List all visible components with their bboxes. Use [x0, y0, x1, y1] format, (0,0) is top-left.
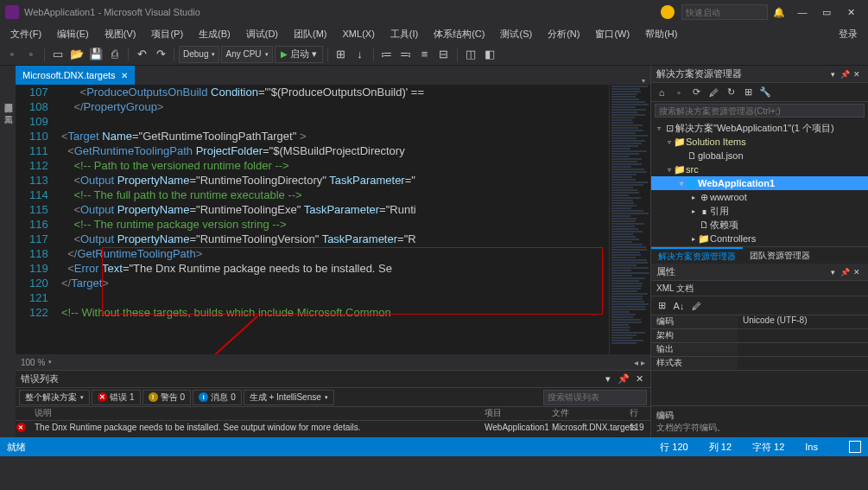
show-all-icon[interactable]: ⊞: [741, 86, 755, 99]
maximize-button[interactable]: ▭: [814, 3, 839, 21]
categorize-icon[interactable]: ⊞: [655, 299, 668, 313]
toolbar-icon-7[interactable]: ◫: [462, 46, 479, 63]
tool-icon-2[interactable]: 🖉: [706, 86, 720, 99]
error-list-panel: 错误列表 ▾ 📌 ✕ 整个解决方案▾ ✕错误 1 !警告 0 i消息 0 生成 …: [16, 370, 650, 437]
save-icon[interactable]: 💾: [87, 46, 105, 63]
status-resize-icon[interactable]: [849, 441, 861, 453]
solution-tree: ▿⊡ 解决方案"WebApplication1"(1 个项目) ▿📁Soluti…: [651, 119, 868, 246]
panel-close-icon[interactable]: ✕: [851, 268, 863, 277]
close-button[interactable]: ✕: [839, 3, 863, 21]
toolbar-icon-4[interactable]: ≕: [397, 46, 415, 63]
property-row[interactable]: 样式表: [651, 357, 868, 371]
file-tab-label: Microsoft.DNX.targets: [22, 70, 116, 80]
notify-icon[interactable]: 🔔: [773, 7, 785, 18]
errors-filter[interactable]: ✕错误 1: [92, 390, 141, 405]
panel-menu-icon[interactable]: ▾: [602, 373, 614, 385]
team-explorer-tab[interactable]: 团队资源管理器: [743, 247, 817, 264]
sync-icon[interactable]: ⟳: [689, 86, 703, 99]
toolbar-icon-8[interactable]: ◧: [481, 46, 498, 63]
menu-item[interactable]: 团队(M): [287, 26, 336, 42]
toolbar-icon-5[interactable]: ≡: [416, 46, 434, 63]
menu-item[interactable]: 文件(F): [3, 26, 50, 42]
menu-item[interactable]: 编辑(E): [50, 26, 98, 42]
error-icon: ✕: [98, 392, 107, 402]
sign-in-link[interactable]: 登录: [839, 28, 858, 41]
play-icon: ▶: [281, 49, 288, 59]
menu-item[interactable]: 体系结构(C): [427, 26, 493, 42]
redo-icon[interactable]: ↷: [152, 46, 169, 63]
save-all-icon[interactable]: ⎙: [106, 46, 124, 63]
alpha-sort-icon[interactable]: A↓: [672, 299, 686, 313]
tree-node[interactable]: ▸⊕wwwroot: [651, 190, 868, 204]
nav-fwd-icon[interactable]: ◦: [22, 46, 40, 63]
solution-search-input[interactable]: [655, 104, 865, 118]
config-dropdown[interactable]: Debug▾: [179, 46, 219, 63]
new-project-icon[interactable]: ▭: [49, 46, 67, 63]
menu-item[interactable]: 工具(I): [383, 26, 427, 42]
panel-pin-icon[interactable]: 📌: [839, 268, 851, 277]
zoom-level[interactable]: 100 %: [21, 358, 45, 367]
messages-filter[interactable]: i消息 0: [193, 390, 242, 405]
tree-node[interactable]: ▿📁src: [651, 162, 868, 176]
toolbox-tab[interactable]: 工具箱: [0, 104, 16, 114]
minimap[interactable]: [609, 85, 650, 354]
panel-menu-icon[interactable]: ▾: [827, 268, 839, 277]
tree-node[interactable]: 🗋global.json: [651, 149, 868, 162]
solution-root[interactable]: ▿⊡ 解决方案"WebApplication1"(1 个项目): [651, 121, 868, 135]
close-tab-icon[interactable]: ✕: [121, 71, 128, 80]
quick-launch-input[interactable]: [681, 4, 768, 20]
server-explorer-tab[interactable]: 服务器资源管理器: [0, 92, 16, 102]
open-file-icon[interactable]: 📂: [68, 46, 86, 63]
property-row[interactable]: 编码Unicode (UTF-8): [651, 315, 868, 329]
panel-menu-icon[interactable]: ▾: [827, 70, 839, 79]
menu-item[interactable]: 项目(P): [144, 26, 192, 42]
platform-dropdown[interactable]: Any CPU▾: [221, 46, 272, 63]
toolbar-icon-2[interactable]: ↓: [352, 46, 369, 63]
property-row[interactable]: 输出: [651, 343, 868, 357]
solution-explorer-tab[interactable]: 解决方案资源管理器: [651, 247, 743, 264]
menu-item[interactable]: XML(X): [336, 27, 383, 41]
menu-item[interactable]: 分析(N): [541, 26, 588, 42]
menu-item[interactable]: 视图(V): [98, 26, 145, 42]
prop-desc-body: 文档的字符编码。: [656, 423, 725, 432]
menu-item[interactable]: 窗口(W): [588, 26, 638, 42]
scope-dropdown[interactable]: 整个解决方案▾: [19, 390, 90, 405]
file-tab-active[interactable]: Microsoft.DNX.targets ✕: [16, 66, 135, 85]
toolbar-icon-3[interactable]: ≔: [378, 46, 396, 63]
minimize-button[interactable]: —: [790, 3, 814, 21]
menu-item[interactable]: 调试(D): [239, 26, 287, 42]
user-avatar-icon[interactable]: [661, 5, 675, 19]
toolbar-icon-6[interactable]: ⊟: [435, 46, 453, 63]
nav-back-icon[interactable]: ◦: [3, 46, 21, 63]
tab-overflow-icon[interactable]: ▾: [637, 77, 650, 85]
toolbar-icon-1[interactable]: ⊞: [333, 46, 350, 63]
source-dropdown[interactable]: 生成 + IntelliSense▾: [244, 390, 334, 405]
tree-node[interactable]: ▿🌐WebApplication1: [651, 176, 868, 190]
run-button[interactable]: ▶启动▾: [275, 46, 323, 63]
menu-item[interactable]: 生成(B): [192, 26, 239, 42]
warnings-filter[interactable]: !警告 0: [143, 390, 192, 405]
panel-close-icon[interactable]: ✕: [851, 70, 863, 79]
menu-item[interactable]: 测试(S): [493, 26, 541, 42]
tree-node[interactable]: ▸∎引用: [651, 204, 868, 218]
refresh-icon[interactable]: ↻: [724, 86, 738, 99]
error-row[interactable]: ✕The Dnx Runtime package needs to be ins…: [16, 421, 650, 434]
solution-search: [651, 102, 868, 119]
undo-icon[interactable]: ↶: [133, 46, 150, 63]
tree-node[interactable]: 🗋依赖项: [651, 218, 868, 232]
panel-pin-icon[interactable]: 📌: [839, 70, 851, 79]
props-tool-icon[interactable]: 🖉: [689, 299, 703, 313]
code-view[interactable]: 1071081091101111121131141151161171181191…: [16, 85, 650, 354]
tool-icon-1[interactable]: ◦: [672, 86, 686, 99]
property-row[interactable]: 架构: [651, 329, 868, 343]
tree-node[interactable]: ▸📁Controllers: [651, 232, 868, 245]
tree-node[interactable]: ▿📁Solution Items: [651, 135, 868, 149]
panel-close-icon[interactable]: ✕: [633, 373, 645, 385]
menu-item[interactable]: 帮助(H): [638, 26, 686, 42]
panel-pin-icon[interactable]: 📌: [618, 373, 630, 385]
properties-icon[interactable]: 🔧: [758, 86, 772, 99]
right-panels: 解决方案资源管理器 ▾ 📌 ✕ ⌂ ◦ ⟳ 🖉 ↻ ⊞ 🔧 ▿⊡ 解决方案"We…: [650, 66, 868, 437]
home-icon[interactable]: ⌂: [655, 86, 668, 99]
editor-tabs: Microsoft.DNX.targets ✕ ▾: [16, 66, 650, 85]
error-search-input[interactable]: [543, 390, 647, 405]
